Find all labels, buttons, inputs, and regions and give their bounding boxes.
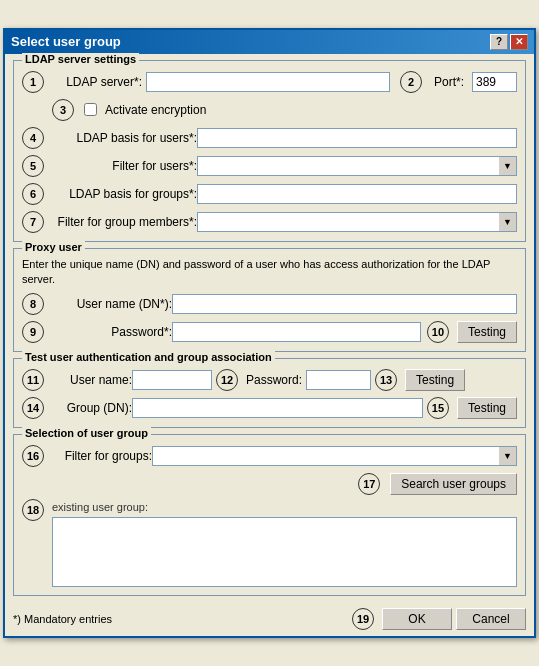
filter-users-row: 5 Filter for users*: ▼ bbox=[22, 155, 517, 177]
filter-groups-select[interactable] bbox=[152, 446, 517, 466]
test-group-row: 14 Group (DN): 15 Testing bbox=[22, 397, 517, 419]
selection-section: Selection of user group 16 Filter for gr… bbox=[13, 434, 526, 596]
proxy-username-label: User name (DN*): bbox=[52, 297, 172, 311]
step-16-circle: 16 bbox=[22, 445, 44, 467]
test-userpass-row: 11 User name: 12 Password: 13 Testing bbox=[22, 369, 517, 391]
dialog-footer: *) Mandatory entries 19 OK Cancel bbox=[5, 602, 534, 636]
step-19-circle: 19 bbox=[352, 608, 374, 630]
step-14-circle: 14 bbox=[22, 397, 44, 419]
proxy-password-row: 9 Password*: 10 Testing bbox=[22, 321, 517, 343]
filter-group-row: 7 Filter for group members*: ▼ bbox=[22, 211, 517, 233]
proxy-username-row: 8 User name (DN*): bbox=[22, 293, 517, 315]
step-10-circle: 10 bbox=[427, 321, 449, 343]
existing-group-area: 18 existing user group: bbox=[22, 497, 517, 587]
basis-users-label: LDAP basis for users*: bbox=[52, 131, 197, 145]
filter-users-select[interactable] bbox=[197, 156, 517, 176]
help-button[interactable]: ? bbox=[490, 34, 508, 50]
ldap-server-label: LDAP server*: bbox=[52, 75, 142, 89]
step-6-circle: 6 bbox=[22, 183, 44, 205]
ldap-server-input[interactable] bbox=[146, 72, 390, 92]
ldap-server-section: LDAP server settings 1 LDAP server*: 2 P… bbox=[13, 60, 526, 242]
dialog-window: Select user group ? ✕ LDAP server settin… bbox=[3, 28, 536, 639]
proxy-description: Enter the unique name (DN) and password … bbox=[22, 257, 517, 288]
test-auth-section: Test user authentication and group assoc… bbox=[13, 358, 526, 428]
proxy-user-section: Proxy user Enter the unique name (DN) an… bbox=[13, 248, 526, 353]
existing-group-container: existing user group: bbox=[52, 497, 517, 587]
basis-users-row: 4 LDAP basis for users*: bbox=[22, 127, 517, 149]
test-testing2-button[interactable]: Testing bbox=[457, 397, 517, 419]
proxy-username-input[interactable] bbox=[172, 294, 517, 314]
basis-groups-input[interactable] bbox=[197, 184, 517, 204]
proxy-password-label: Password*: bbox=[52, 325, 172, 339]
step-3-circle: 3 bbox=[52, 99, 74, 121]
mandatory-note: *) Mandatory entries bbox=[13, 613, 112, 625]
existing-group-label: existing user group: bbox=[52, 501, 517, 513]
port-input[interactable] bbox=[472, 72, 517, 92]
existing-user-group-list[interactable] bbox=[52, 517, 517, 587]
test-username-label: User name: bbox=[52, 373, 132, 387]
proxy-section-label: Proxy user bbox=[22, 241, 85, 253]
step-15-circle: 15 bbox=[427, 397, 449, 419]
step-11-circle: 11 bbox=[22, 369, 44, 391]
ldap-server-row: 1 LDAP server*: 2 Port*: bbox=[22, 71, 517, 93]
footer-buttons: 19 OK Cancel bbox=[352, 608, 526, 630]
test-section-label: Test user authentication and group assoc… bbox=[22, 351, 275, 363]
encrypt-checkbox[interactable] bbox=[84, 103, 97, 116]
basis-users-input[interactable] bbox=[197, 128, 517, 148]
step-5-circle: 5 bbox=[22, 155, 44, 177]
test-password-input[interactable] bbox=[306, 370, 371, 390]
filter-group-select[interactable] bbox=[197, 212, 517, 232]
proxy-password-input[interactable] bbox=[172, 322, 421, 342]
title-bar: Select user group ? ✕ bbox=[5, 30, 534, 54]
filter-groups-label: Filter for groups: bbox=[52, 449, 152, 463]
step-1-circle: 1 bbox=[22, 71, 44, 93]
step-4-circle: 4 bbox=[22, 127, 44, 149]
ok-button[interactable]: OK bbox=[382, 608, 452, 630]
step-7-circle: 7 bbox=[22, 211, 44, 233]
step-8-circle: 8 bbox=[22, 293, 44, 315]
test-testing1-button[interactable]: Testing bbox=[405, 369, 465, 391]
search-user-groups-button[interactable]: Search user groups bbox=[390, 473, 517, 495]
step-13-circle: 13 bbox=[375, 369, 397, 391]
filter-group-label: Filter for group members*: bbox=[52, 215, 197, 229]
step-17-circle: 17 bbox=[358, 473, 380, 495]
test-password-label: Password: bbox=[246, 373, 302, 387]
step-2-circle: 2 bbox=[400, 71, 422, 93]
basis-groups-label: LDAP basis for groups*: bbox=[52, 187, 197, 201]
encrypt-row: 3 Activate encryption bbox=[52, 99, 517, 121]
step-9-circle: 9 bbox=[22, 321, 44, 343]
encrypt-label: Activate encryption bbox=[105, 103, 206, 117]
filter-users-label: Filter for users*: bbox=[52, 159, 197, 173]
close-button[interactable]: ✕ bbox=[510, 34, 528, 50]
test-group-label: Group (DN): bbox=[52, 401, 132, 415]
dialog-title: Select user group bbox=[11, 34, 121, 49]
cancel-button[interactable]: Cancel bbox=[456, 608, 526, 630]
dialog-content: LDAP server settings 1 LDAP server*: 2 P… bbox=[5, 54, 534, 603]
title-bar-buttons: ? ✕ bbox=[490, 34, 528, 50]
test-group-input[interactable] bbox=[132, 398, 423, 418]
port-label: Port*: bbox=[434, 75, 464, 89]
proxy-testing-button[interactable]: Testing bbox=[457, 321, 517, 343]
ldap-section-label: LDAP server settings bbox=[22, 53, 139, 65]
step-18-circle: 18 bbox=[22, 499, 44, 521]
test-username-input[interactable] bbox=[132, 370, 212, 390]
selection-section-label: Selection of user group bbox=[22, 427, 151, 439]
filter-groups-row: 16 Filter for groups: ▼ bbox=[22, 445, 517, 467]
search-row: 17 Search user groups bbox=[22, 473, 517, 495]
basis-groups-row: 6 LDAP basis for groups*: bbox=[22, 183, 517, 205]
step-12-circle: 12 bbox=[216, 369, 238, 391]
